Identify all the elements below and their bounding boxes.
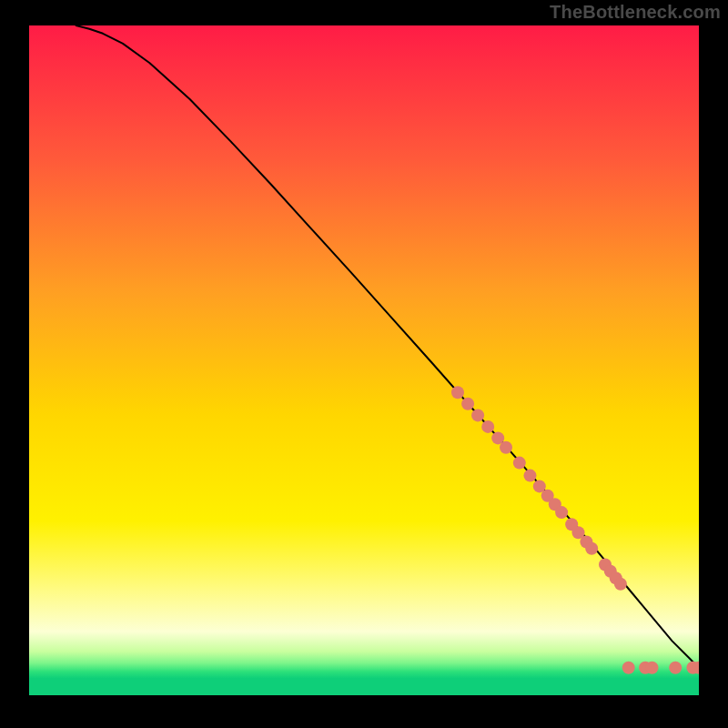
data-marker [513,457,526,470]
data-marker [585,542,598,555]
data-marker [451,386,464,399]
plot-svg [29,25,699,695]
data-marker [500,441,512,454]
data-marker [622,662,635,674]
watermark-label: TheBottleneck.com [550,2,721,23]
data-marker [481,420,494,433]
data-marker [669,662,682,674]
data-marker [471,409,484,421]
plot-background [29,25,699,695]
data-marker [461,398,474,410]
data-marker [555,506,568,519]
chart-container: TheBottleneck.com [0,0,728,728]
data-marker [614,578,627,591]
data-marker [524,470,537,482]
data-marker [646,662,659,674]
